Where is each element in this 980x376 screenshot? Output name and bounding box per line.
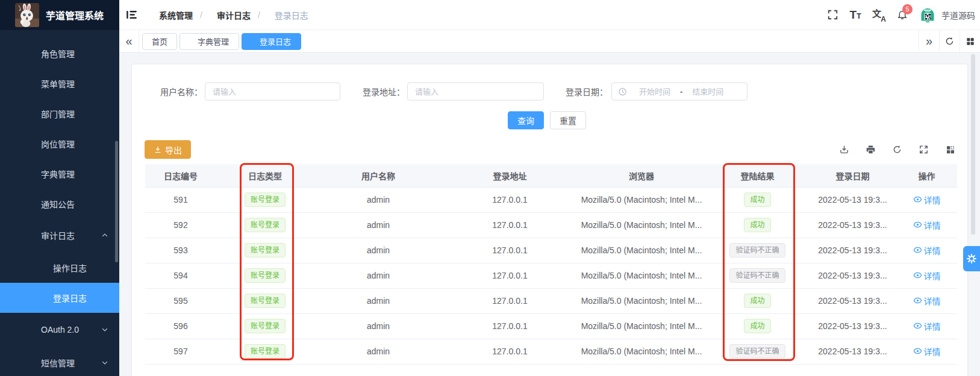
breadcrumb: 系统管理/审计日志/登录日志 xyxy=(159,9,308,21)
cell-date: 2022-05-13 19:3... xyxy=(809,187,896,212)
table-print-button[interactable] xyxy=(866,144,876,155)
cell-log-id: 591 xyxy=(145,187,216,212)
cell-result: 成功 xyxy=(706,187,809,212)
table-row: 593 账号登录 admin 127.0.0.1 Mozilla/5.0 (Ma… xyxy=(145,238,957,263)
main-content: 用户名称： 登录地址： 登录日期： - xyxy=(119,53,980,376)
menu-item-label: 操作日志 xyxy=(53,262,87,274)
column-header: 浏览器 xyxy=(577,164,706,187)
logo-rabbit-image xyxy=(15,3,39,27)
tab[interactable]: 登录日志 xyxy=(242,33,301,50)
breadcrumb-item[interactable]: 系统管理 xyxy=(159,9,193,21)
table-row: 592 账号登录 admin 127.0.0.1 Mozilla/5.0 (Ma… xyxy=(145,212,957,238)
app-title: 芋道管理系统 xyxy=(46,8,104,22)
address-input[interactable] xyxy=(407,82,544,100)
tags-view-bar: « 首页 字典管理 登录日志 » xyxy=(119,30,980,53)
cell-actions: 详情 xyxy=(896,339,957,364)
login-log-table: 日志编号日志类型用户名称登录地址浏览器登陆结果登录日期操作 591 账号登录 a… xyxy=(145,164,957,365)
cell-address: 127.0.0.1 xyxy=(443,238,577,263)
tabs-refresh-button[interactable] xyxy=(939,30,960,53)
table-columns-button[interactable] xyxy=(945,144,955,155)
result-tag: 成功 xyxy=(744,193,770,207)
search-button[interactable]: 查询 xyxy=(508,111,544,129)
language-button[interactable]: 文A xyxy=(867,0,891,30)
detail-link[interactable]: 详情 xyxy=(913,345,941,357)
page-scrollbar-thumb[interactable] xyxy=(971,54,975,235)
table-row: 597 账号登录 admin 127.0.0.1 Mozilla/5.0 (Ma… xyxy=(145,339,957,364)
cell-log-type: 账号登录 xyxy=(216,238,314,263)
font-size-button[interactable]: TT xyxy=(844,0,867,30)
search-form: 用户名称： 登录地址： 登录日期： - xyxy=(132,82,967,100)
user-menu[interactable]: 芋道源码 xyxy=(919,6,975,24)
table-row: 591 账号登录 admin 127.0.0.1 Mozilla/5.0 (Ma… xyxy=(145,187,957,212)
font-size-small-glyph: T xyxy=(857,11,861,20)
table-row: 594 账号登录 admin 127.0.0.1 Mozilla/5.0 (Ma… xyxy=(145,263,957,288)
detail-link[interactable]: 详情 xyxy=(913,270,941,282)
sidebar-menu-item[interactable]: 角色管理 xyxy=(0,39,119,69)
log-type-tag: 账号登录 xyxy=(245,243,286,257)
sidebar-menu-item[interactable]: 登录日志 xyxy=(0,283,119,313)
username-input[interactable] xyxy=(205,82,340,100)
detail-link[interactable]: 详情 xyxy=(913,295,941,307)
cell-log-id: 597 xyxy=(145,339,216,364)
column-header: 用户名称 xyxy=(314,164,443,187)
detail-label: 详情 xyxy=(924,270,941,282)
fullscreen-button[interactable] xyxy=(822,0,844,30)
detail-label: 详情 xyxy=(924,194,941,206)
detail-link[interactable]: 详情 xyxy=(913,194,941,206)
cell-username: admin xyxy=(314,263,443,288)
menu-item-label: 菜单管理 xyxy=(41,78,75,90)
table-refresh-button[interactable] xyxy=(892,144,902,155)
notification-button[interactable]: 5 xyxy=(891,0,914,30)
language-zh-glyph: 文 xyxy=(872,7,881,19)
cell-log-id: 594 xyxy=(145,263,216,288)
cell-browser: Mozilla/5.0 (Macintosh; Intel M... xyxy=(577,187,706,212)
cell-date: 2022-05-13 19:3... xyxy=(809,212,896,238)
sidebar-scrollbar-thumb[interactable] xyxy=(115,141,118,262)
detail-link[interactable]: 详情 xyxy=(913,244,941,256)
date-label: 登录日期： xyxy=(566,85,608,97)
date-range-picker[interactable]: - xyxy=(611,82,747,100)
cell-username: admin xyxy=(314,313,443,339)
sidebar-menu-item[interactable]: 部门管理 xyxy=(0,99,119,129)
reset-button[interactable]: 重置 xyxy=(550,111,586,129)
date-start-input[interactable] xyxy=(631,87,679,96)
table-fullscreen-button[interactable] xyxy=(919,144,929,155)
cell-log-type: 账号登录 xyxy=(216,313,314,339)
tab-label: 首页 xyxy=(152,35,167,47)
menu-item-label: 角色管理 xyxy=(41,48,75,60)
sidebar-menu-item[interactable]: 操作日志 xyxy=(0,253,119,283)
cell-actions: 详情 xyxy=(896,238,957,263)
column-settings-icon xyxy=(946,145,955,155)
sidebar-menu-item[interactable]: 短信管理 xyxy=(0,348,119,376)
tabs-scroll-right-button[interactable]: » xyxy=(919,30,939,53)
cell-result: 验证码不正确 xyxy=(706,339,809,364)
result-tag: 成功 xyxy=(744,294,770,308)
sidebar-menu-item[interactable]: 菜单管理 xyxy=(0,69,119,99)
sidebar-menu-item[interactable]: 审计日志 xyxy=(0,220,119,250)
sidebar-menu-item[interactable]: 通知公告 xyxy=(0,189,119,219)
breadcrumb-item[interactable]: 审计日志 xyxy=(217,9,251,21)
date-end-input[interactable] xyxy=(684,87,732,96)
detail-link[interactable]: 详情 xyxy=(913,219,941,231)
cell-result: 验证码不正确 xyxy=(706,263,809,288)
tabs-scroll-left-button[interactable]: « xyxy=(119,30,139,53)
sidebar-menu-item[interactable]: OAuth 2.0 xyxy=(0,315,119,345)
cell-address: 127.0.0.1 xyxy=(443,339,577,364)
table-export-button[interactable] xyxy=(839,144,849,155)
tab[interactable]: 首页 xyxy=(142,33,177,50)
tabs-layout-button[interactable] xyxy=(960,30,980,53)
app-logo[interactable]: 芋道管理系统 xyxy=(0,0,119,30)
sidebar-toggle-button[interactable] xyxy=(119,0,143,30)
theme-settings-button[interactable] xyxy=(963,246,980,271)
breadcrumb-separator: / xyxy=(258,10,260,20)
result-tag: 成功 xyxy=(744,319,770,333)
export-button[interactable]: 导出 xyxy=(145,140,191,159)
sidebar-menu-item[interactable]: 字典管理 xyxy=(0,159,119,189)
table-body: 591 账号登录 admin 127.0.0.1 Mozilla/5.0 (Ma… xyxy=(145,187,957,364)
eye-icon xyxy=(913,245,922,254)
sidebar-menu-item[interactable]: 岗位管理 xyxy=(0,129,119,159)
cell-date: 2022-05-13 19:3... xyxy=(809,313,896,339)
tab[interactable]: 字典管理 xyxy=(179,33,239,50)
detail-label: 详情 xyxy=(924,345,941,357)
detail-link[interactable]: 详情 xyxy=(913,320,941,332)
